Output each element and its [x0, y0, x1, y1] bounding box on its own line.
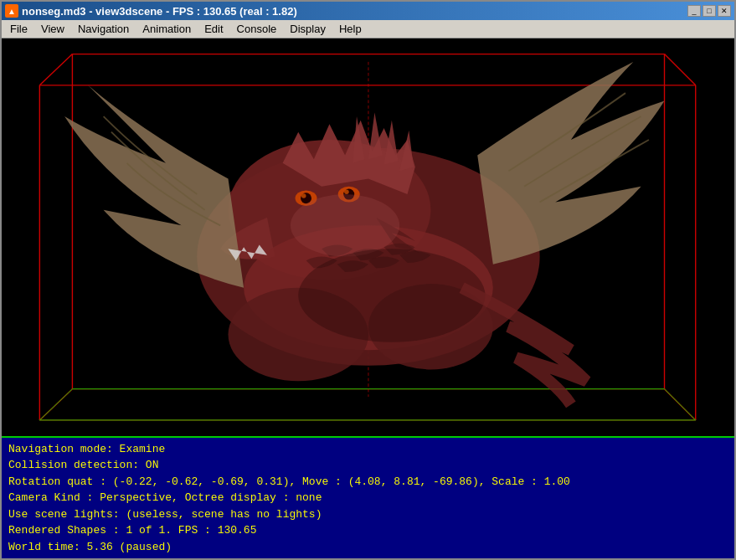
minimize-button[interactable]: _ [687, 5, 701, 17]
status-line-3: Rotation quat : (-0.22, -0.62, -0.69, 0.… [8, 474, 728, 491]
status-line-5: Use scene lights: (useless, scene has no… [8, 506, 728, 523]
menu-navigation[interactable]: Navigation [71, 21, 136, 37]
viewport-3d[interactable] [2, 39, 734, 436]
status-line-1: Navigation mode: Examine [8, 441, 728, 458]
svg-line-4 [39, 54, 72, 85]
status-bar: Navigation mode: Examine Collision detec… [2, 436, 734, 559]
close-button[interactable]: ✕ [718, 5, 731, 17]
window-controls[interactable]: _ □ ✕ [687, 5, 731, 17]
svg-point-25 [344, 189, 349, 194]
svg-line-12 [39, 389, 72, 420]
status-line-7: World time: 5.36 (paused) [8, 539, 728, 556]
app-icon: ▲ [5, 4, 18, 18]
menu-animation[interactable]: Animation [136, 21, 198, 37]
title-bar-left: ▲ nonseg.md3 - view3dscene - FPS : 130.6… [5, 4, 297, 18]
menu-view[interactable]: View [34, 21, 71, 37]
svg-point-29 [298, 249, 485, 342]
menu-help[interactable]: Help [332, 21, 368, 37]
status-line-6: Rendered Shapes : 1 of 1. FPS : 130.65 [8, 522, 728, 539]
scene-area [2, 39, 734, 436]
maximize-button[interactable]: □ [703, 5, 716, 17]
main-window: ▲ nonseg.md3 - view3dscene - FPS : 130.6… [0, 0, 736, 560]
menu-bar: File View Navigation Animation Edit Cons… [2, 20, 734, 39]
menu-display[interactable]: Display [283, 21, 332, 37]
svg-point-22 [301, 193, 306, 198]
menu-console[interactable]: Console [230, 21, 284, 37]
svg-point-28 [291, 194, 399, 256]
status-line-4: Camera Kind : Perspective, Octree displa… [8, 490, 728, 506]
svg-line-15 [665, 389, 696, 420]
menu-edit[interactable]: Edit [198, 21, 229, 37]
title-bar: ▲ nonseg.md3 - view3dscene - FPS : 130.6… [2, 2, 734, 20]
window-title: nonseg.md3 - view3dscene - FPS : 130.65 … [22, 5, 297, 18]
menu-file[interactable]: File [3, 21, 34, 37]
status-line-2: Collision detection: ON [8, 457, 728, 474]
scene-svg [2, 39, 734, 436]
svg-line-5 [665, 54, 696, 85]
